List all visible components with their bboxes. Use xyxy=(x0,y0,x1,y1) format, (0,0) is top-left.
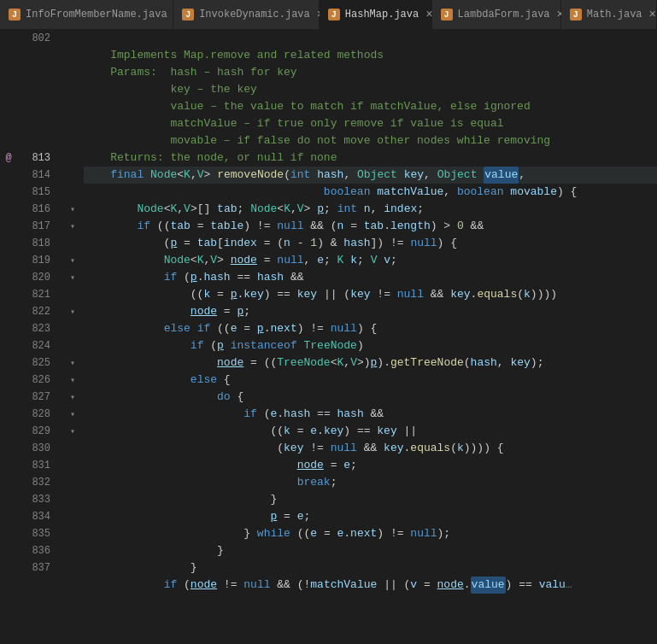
editor-area: 802 xyxy=(0,30,657,644)
gutter-row-802: 802 xyxy=(0,30,77,47)
code-line-814: boolean matchValue, boolean movable) { xyxy=(84,184,657,201)
code-content[interactable]: Implements Map.remove and related method… xyxy=(77,30,657,644)
line-number-817: 817 xyxy=(17,220,56,232)
line-number-818: 818 xyxy=(17,237,56,249)
gutter-row-826: 826 ▾ xyxy=(0,372,77,389)
doc-line-1: Implements Map.remove and related method… xyxy=(84,47,657,64)
gutter-row-820: 820 ▾ xyxy=(0,269,77,286)
doc-line-7: Returns: the node, or null if none xyxy=(84,149,657,167)
gutter-row-817: 817 ▾ xyxy=(0,218,77,235)
code-line-802 xyxy=(84,30,657,47)
gutter-row-837: 837 xyxy=(0,559,77,577)
code-line-815: Node<K,V>[] tab; Node<K,V> p; int n, ind… xyxy=(84,201,657,218)
gutter-row-816: 816 ▾ xyxy=(0,201,77,218)
doc-line-5: matchValue – if true only remove if valu… xyxy=(84,115,657,132)
code-line-835: } xyxy=(84,542,657,559)
gutter-row-836: 836 xyxy=(0,542,77,559)
doc-line-3: key – the key xyxy=(84,81,657,98)
gutter-row-835: 835 xyxy=(0,525,77,542)
line-gutter: 802 xyxy=(0,30,77,644)
line-icon-802 xyxy=(0,30,17,47)
gutter-row-doc3 xyxy=(0,81,77,98)
line-number-828: 828 xyxy=(17,408,56,420)
code-line-834: } while ((e = e.next) != null); xyxy=(84,525,657,542)
code-line-821: node = p; xyxy=(84,303,657,320)
code-line-836: } xyxy=(84,559,657,577)
line-number-825: 825 xyxy=(17,357,56,369)
code-line-837: if (node != null && (!matchValue || (v =… xyxy=(84,577,657,594)
line-number-815: 815 xyxy=(17,186,56,198)
gutter-row-818: 818 xyxy=(0,235,77,252)
code-line-820: ((k = p.key) == key || (key != null && k… xyxy=(84,286,657,303)
gutter-row-830: 830 xyxy=(0,440,77,457)
line-number-821: 821 xyxy=(17,289,56,301)
gutter-row-825: 825 ▾ xyxy=(0,354,77,372)
code-line-830: node = e; xyxy=(84,457,657,474)
code-line-816: if ((tab = table) != null && (n = tab.le… xyxy=(84,218,657,235)
gutter-row-doc6 xyxy=(0,132,77,149)
code-line-825: else { xyxy=(84,372,657,389)
tab-HashMap[interactable]: J HashMap.java × xyxy=(320,0,432,29)
gutter-row-831: 831 xyxy=(0,457,77,474)
line-number-802: 802 xyxy=(17,32,56,44)
gutter-row-doc4 xyxy=(0,98,77,115)
code-line-813: final Node<K,V> removeNode(int hash, Obj… xyxy=(84,167,657,184)
gutter-row-814: 814 xyxy=(0,167,77,184)
gutter-row-834: 834 xyxy=(0,508,77,525)
line-number-827: 827 xyxy=(17,391,56,403)
doc-line-6: movable – if false do not move other nod… xyxy=(84,132,657,149)
gutter-row-doc1 xyxy=(0,47,77,64)
doc-line-2: Params: hash – hash for key xyxy=(84,64,657,81)
code-line-824: node = ((TreeNode<K,V>)p).getTreeNode(ha… xyxy=(84,354,657,372)
code-line-829: (key != null && key.equals(k)))) { xyxy=(84,440,657,457)
gutter-row-827: 827 ▾ xyxy=(0,389,77,406)
code-line-823: if (p instanceof TreeNode) xyxy=(84,337,657,354)
gutter-row-doc5 xyxy=(0,115,77,132)
code-line-819: if (p.hash == hash && xyxy=(84,269,657,286)
line-number-822: 822 xyxy=(17,306,56,318)
java-file-icon: J xyxy=(441,9,453,20)
gutter-row-823: 823 xyxy=(0,320,77,337)
tab-label: Math.java xyxy=(587,9,642,20)
line-number-816: 816 xyxy=(17,203,56,215)
doc-line-4: value – the value to match if matchValue… xyxy=(84,98,657,115)
code-line-831: break; xyxy=(84,474,657,491)
line-number-837: 837 xyxy=(17,562,56,574)
code-line-833: p = e; xyxy=(84,508,657,525)
java-file-icon: J xyxy=(328,9,340,20)
tab-label: LambdaForm.java xyxy=(458,9,550,20)
code-line-828: ((k = e.key) == key || xyxy=(84,423,657,440)
java-file-icon: J xyxy=(9,9,21,20)
line-number-834: 834 xyxy=(17,511,56,523)
gutter-row-821: 821 xyxy=(0,286,77,303)
gutter-row-815: 815 xyxy=(0,184,77,201)
tab-label: InvokeDynamic.java xyxy=(199,9,310,20)
gutter-row-829: 829 ▾ xyxy=(0,423,77,440)
tab-bar: J InfoFromMemberName.java × J InvokeDyna… xyxy=(0,0,657,30)
tab-label: HashMap.java xyxy=(345,9,419,20)
code-line-817: (p = tab[index = (n - 1) & hash]) != nul… xyxy=(84,235,657,252)
tab-InfoFromMemberName[interactable]: J InfoFromMemberName.java × xyxy=(0,0,173,29)
gutter-row-doc2 xyxy=(0,64,77,81)
tab-Math[interactable]: J Math.java × xyxy=(561,0,657,29)
line-number-824: 824 xyxy=(17,340,56,352)
tab-LambdaForm[interactable]: J LambdaForm.java × xyxy=(432,0,561,29)
line-number-831: 831 xyxy=(17,460,56,471)
code-line-827: if (e.hash == hash && xyxy=(84,406,657,423)
line-number-819: 819 xyxy=(17,255,56,266)
code-line-818: Node<K,V> node = null, e; K k; V v; xyxy=(84,252,657,269)
line-number-820: 820 xyxy=(17,272,56,284)
gutter-row-813: @ 813 xyxy=(0,149,77,167)
gutter-row-833: 833 xyxy=(0,491,77,508)
code-line-832: } xyxy=(84,491,657,508)
java-file-icon: J xyxy=(182,9,194,20)
line-number-829: 829 xyxy=(17,425,56,437)
line-number-832: 832 xyxy=(17,477,56,489)
line-number-830: 830 xyxy=(17,442,56,454)
gutter-row-832: 832 xyxy=(0,474,77,491)
tab-close-icon[interactable]: × xyxy=(649,9,656,20)
line-number-833: 833 xyxy=(17,494,56,506)
gutter-row-822: 822 ▾ xyxy=(0,303,77,320)
tab-InvokeDynamic[interactable]: J InvokeDynamic.java × xyxy=(173,0,320,29)
gutter-row-819: 819 ▾ xyxy=(0,252,77,269)
